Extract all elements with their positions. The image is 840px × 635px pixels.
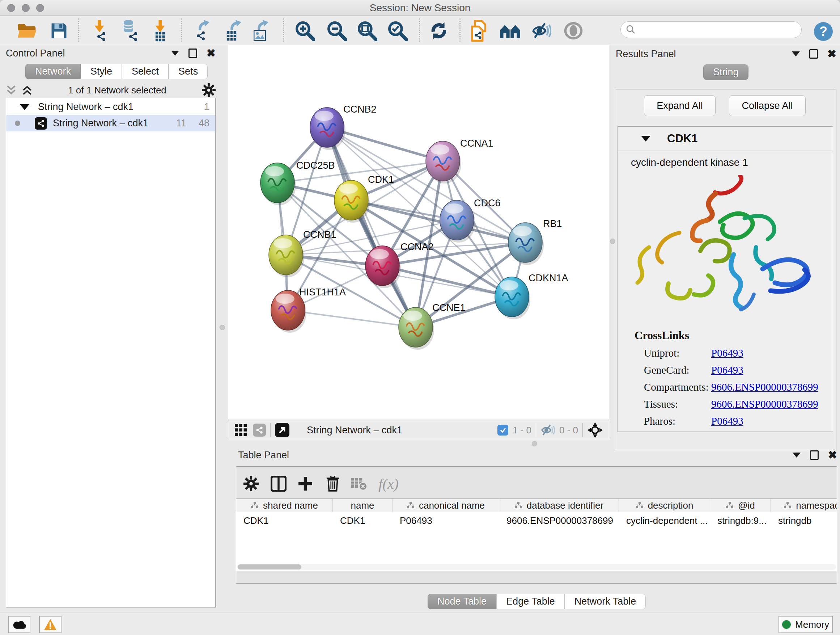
crosslink-row: GeneCard:P06493 bbox=[644, 364, 833, 376]
grid-view-icon[interactable] bbox=[235, 424, 247, 436]
crosslink-link[interactable]: 9606.ENSP00000378699 bbox=[711, 381, 818, 393]
table-cell[interactable]: stringdb:9... bbox=[710, 515, 771, 526]
selected-node-edge-count: 1 - 0 bbox=[513, 424, 531, 436]
export-image-icon[interactable] bbox=[249, 19, 273, 42]
help-icon[interactable]: ? bbox=[812, 20, 835, 43]
maximize-panel-icon[interactable] bbox=[188, 49, 197, 58]
column-header-description[interactable]: description bbox=[619, 499, 710, 512]
show-columns-icon[interactable] bbox=[268, 473, 289, 494]
network-row-selected[interactable]: String Network – cdk1 11 48 bbox=[6, 115, 215, 131]
edge-CCNE1-HIST1H1A[interactable] bbox=[288, 310, 416, 327]
hide-selected-icon[interactable] bbox=[530, 19, 553, 42]
crosslinks-list: Uniprot:P06493GeneCard:P06493Compartment… bbox=[618, 347, 833, 427]
tab-style[interactable]: Style bbox=[81, 64, 122, 79]
network-canvas[interactable]: CCNB2CCNA1CDC25BCDK1CDC6RB1CCNB1CCNA2CDK… bbox=[228, 45, 609, 420]
network-options-gear-icon[interactable] bbox=[202, 83, 216, 97]
crosshair-icon[interactable] bbox=[587, 422, 603, 438]
right-splitter-handle[interactable] bbox=[610, 239, 615, 244]
tree-expander-icon[interactable] bbox=[20, 104, 29, 110]
zoom-out-icon[interactable] bbox=[325, 19, 348, 42]
network-collection-row[interactable]: String Network – cdk1 1 bbox=[6, 98, 215, 115]
network-graph[interactable]: CCNB2CCNA1CDC25BCDK1CDC6RB1CCNB1CCNA2CDK… bbox=[228, 45, 609, 420]
node-RB1[interactable]: RB1 bbox=[508, 218, 562, 265]
table-cell[interactable]: P06493 bbox=[393, 515, 499, 526]
column-header-name[interactable]: name bbox=[333, 499, 393, 512]
cloud-status-button[interactable] bbox=[8, 616, 30, 633]
selected-checkbox-icon[interactable] bbox=[497, 424, 508, 435]
clone-network-icon[interactable] bbox=[468, 19, 491, 42]
zoom-selected-icon[interactable] bbox=[386, 19, 409, 42]
create-column-icon[interactable] bbox=[295, 473, 316, 494]
results-panel-title: Results Panel bbox=[616, 49, 676, 60]
crosslink-link[interactable]: P06493 bbox=[711, 364, 744, 376]
table-row[interactable]: CDK1CDK1P064939606.ENSP00000378699cyclin… bbox=[236, 512, 837, 529]
memory-button[interactable]: Memory bbox=[778, 616, 833, 633]
gene-header-row[interactable]: CDK1 bbox=[618, 127, 833, 151]
hidden-eye-icon[interactable] bbox=[540, 424, 555, 436]
column-header-namespace[interactable]: namespace bbox=[771, 499, 837, 512]
tab-edge-table[interactable]: Edge Table bbox=[496, 594, 565, 609]
crosslink-link[interactable]: P06493 bbox=[711, 415, 744, 427]
expand-all-networks-icon[interactable] bbox=[6, 85, 17, 96]
table-cell[interactable]: CDK1 bbox=[333, 515, 393, 526]
tab-string[interactable]: String bbox=[703, 65, 748, 80]
expand-all-button[interactable]: Expand All bbox=[644, 95, 715, 116]
import-table-icon[interactable] bbox=[149, 19, 172, 42]
close-panel-icon[interactable]: ✖ bbox=[828, 451, 837, 459]
import-network-database-icon[interactable] bbox=[118, 19, 142, 42]
network-edge-count: 48 bbox=[199, 118, 210, 129]
table-horizontal-scrollbar[interactable] bbox=[237, 564, 836, 570]
collapse-all-networks-icon[interactable] bbox=[22, 85, 33, 96]
node-CDC6[interactable]: CDC6 bbox=[440, 198, 501, 242]
delete-column-icon[interactable] bbox=[322, 473, 343, 494]
crosslink-link[interactable]: P06493 bbox=[711, 347, 744, 359]
close-panel-icon[interactable]: ✖ bbox=[827, 50, 836, 57]
bottom-splitter-handle[interactable] bbox=[532, 441, 537, 447]
close-panel-icon[interactable]: ✖ bbox=[207, 50, 216, 57]
collapse-entry-icon[interactable] bbox=[641, 136, 651, 141]
open-session-icon[interactable] bbox=[16, 19, 39, 42]
node-CDKN1A[interactable]: CDKN1A bbox=[495, 272, 568, 319]
zoom-fit-icon[interactable] bbox=[355, 19, 379, 42]
node-HIST1H1A[interactable]: HIST1H1A bbox=[271, 287, 346, 333]
tab-node-table[interactable]: Node Table bbox=[428, 594, 496, 609]
column-header-canonical-name[interactable]: canonical name bbox=[393, 499, 499, 512]
column-header--id[interactable]: @id bbox=[710, 499, 771, 512]
export-table-icon[interactable] bbox=[223, 19, 246, 42]
crosslink-link[interactable]: 9606.ENSP00000378699 bbox=[711, 398, 818, 410]
tab-network-table[interactable]: Network Table bbox=[565, 594, 646, 609]
show-all-icon[interactable] bbox=[562, 19, 585, 42]
maximize-panel-icon[interactable] bbox=[809, 49, 818, 59]
tab-sets[interactable]: Sets bbox=[169, 64, 208, 79]
table-cell[interactable]: 9606.ENSP00000378699 bbox=[499, 515, 619, 526]
node-CDK1[interactable]: CDK1 bbox=[334, 174, 394, 223]
main-toolbar: ? bbox=[0, 16, 840, 45]
search-input[interactable] bbox=[621, 21, 802, 38]
table-gear-icon[interactable] bbox=[240, 473, 262, 494]
save-session-icon[interactable] bbox=[47, 19, 71, 42]
tab-select[interactable]: Select bbox=[122, 64, 169, 79]
collapse-all-button[interactable]: Collapse All bbox=[729, 95, 806, 116]
refresh-icon[interactable] bbox=[427, 19, 450, 42]
float-panel-icon[interactable] bbox=[171, 51, 179, 56]
table-cell[interactable]: cyclin-dependent ... bbox=[619, 515, 710, 526]
column-header-database-identifier[interactable]: database identifier bbox=[499, 499, 619, 512]
export-network-icon[interactable] bbox=[192, 19, 215, 42]
column-header-shared-name[interactable]: shared name bbox=[236, 499, 333, 512]
network-overview-icon[interactable] bbox=[253, 424, 266, 437]
warnings-button[interactable] bbox=[39, 616, 62, 633]
left-splitter-handle[interactable] bbox=[219, 325, 225, 330]
node-CCNE1[interactable]: CCNE1 bbox=[399, 302, 466, 350]
string-results-panel: Expand All Collapse All CDK1 cyclin-depe… bbox=[616, 89, 836, 451]
home-icon[interactable] bbox=[499, 19, 522, 42]
table-cell[interactable]: CDK1 bbox=[236, 515, 333, 526]
table-cell[interactable]: stringdb bbox=[771, 515, 837, 526]
scrollbar-thumb[interactable] bbox=[238, 564, 302, 570]
float-panel-icon[interactable] bbox=[793, 453, 801, 458]
maximize-panel-icon[interactable] bbox=[810, 450, 819, 460]
float-panel-icon[interactable] bbox=[792, 51, 800, 57]
tab-network[interactable]: Network bbox=[25, 64, 81, 79]
open-in-browser-icon[interactable] bbox=[275, 423, 289, 437]
import-network-file-icon[interactable] bbox=[88, 19, 111, 42]
zoom-in-icon[interactable] bbox=[294, 19, 317, 42]
